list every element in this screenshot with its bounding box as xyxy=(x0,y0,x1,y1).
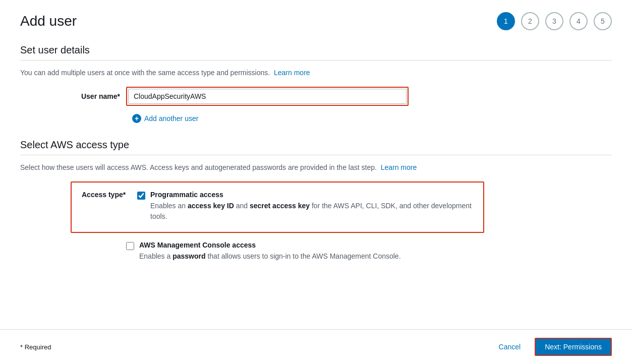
cancel-button[interactable]: Cancel xyxy=(493,340,527,354)
step-3: 3 xyxy=(545,12,563,30)
step-5: 5 xyxy=(594,12,612,30)
set-user-details-description: You can add multiple users at once with … xyxy=(20,69,612,77)
programmatic-access-box: Access type* Programmatic access Enables… xyxy=(71,181,484,233)
learn-more-link-2[interactable]: Learn more xyxy=(381,163,417,171)
programmatic-access-checkbox[interactable] xyxy=(137,192,145,200)
footer: * Required Cancel Next: Permissions xyxy=(0,329,632,364)
username-input-wrapper xyxy=(126,87,409,106)
plus-icon: + xyxy=(132,114,141,123)
programmatic-access-title: Programmatic access xyxy=(150,191,473,199)
divider-1 xyxy=(20,60,612,60)
username-row: User name* xyxy=(20,87,612,106)
page-title: Add user xyxy=(20,13,77,29)
aws-access-type-section: Select AWS access type Select how these … xyxy=(20,139,612,262)
step-4: 4 xyxy=(569,12,588,30)
step-indicators: 1 2 3 4 5 xyxy=(497,12,612,30)
access-type-row: Access type* Programmatic access Enables… xyxy=(82,191,473,222)
divider-2 xyxy=(20,155,612,155)
add-another-user-label: Add another user xyxy=(144,114,198,123)
programmatic-access-desc: Enables an access key ID and secret acce… xyxy=(150,201,473,222)
set-user-details-title: Set user details xyxy=(20,44,612,56)
console-access-checkbox[interactable] xyxy=(126,242,134,250)
aws-access-type-title: Select AWS access type xyxy=(20,139,612,151)
programmatic-access-group: Programmatic access Enables an access ke… xyxy=(137,191,473,222)
add-another-user-button[interactable]: + Add another user xyxy=(20,114,612,123)
step-2: 2 xyxy=(521,12,539,30)
programmatic-access-content: Programmatic access Enables an access ke… xyxy=(150,191,473,222)
console-access-desc: Enables a password that allows users to … xyxy=(139,251,484,262)
username-label: User name* xyxy=(71,92,126,100)
bold-secret-key: secret access key xyxy=(250,202,310,210)
console-access-title: AWS Management Console access xyxy=(139,241,484,249)
step-1: 1 xyxy=(497,12,515,30)
username-input[interactable] xyxy=(128,89,407,104)
access-type-label: Access type* xyxy=(82,191,137,199)
aws-access-type-description: Select how these users will access AWS. … xyxy=(20,163,612,171)
next-permissions-button[interactable]: Next: Permissions xyxy=(535,338,612,356)
learn-more-link-1[interactable]: Learn more xyxy=(274,69,310,77)
bold-password: password xyxy=(173,252,205,260)
footer-actions: Cancel Next: Permissions xyxy=(493,338,612,356)
console-access-group: AWS Management Console access Enables a … xyxy=(126,241,484,262)
bold-access-key: access key ID xyxy=(188,202,234,210)
console-access-content: AWS Management Console access Enables a … xyxy=(139,241,484,262)
required-note: * Required xyxy=(20,343,51,351)
console-access-row: AWS Management Console access Enables a … xyxy=(20,241,484,262)
